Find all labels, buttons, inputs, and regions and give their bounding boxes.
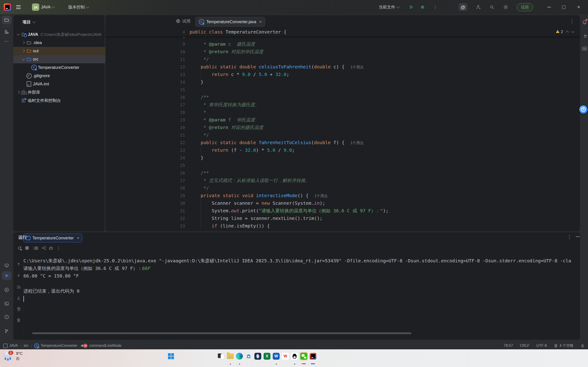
profiler-button[interactable] <box>48 245 54 251</box>
search-everywhere-button[interactable] <box>489 0 494 14</box>
inspection-widget[interactable]: 2 <box>556 29 574 34</box>
debug-button[interactable] <box>420 0 425 14</box>
scroll-down-button[interactable] <box>16 272 22 278</box>
line-number[interactable]: 14 <box>167 78 185 86</box>
chevron-right-icon[interactable] <box>16 91 21 93</box>
unlock-icon[interactable] <box>580 344 585 348</box>
line-number[interactable]: 17 <box>167 101 185 108</box>
line-number[interactable]: 21 <box>167 131 185 139</box>
line-number[interactable]: 11 <box>167 56 185 63</box>
code-line-32[interactable]: 32 String line = scanner.nextLine().trim… <box>105 215 580 222</box>
usages-inlay-hint[interactable]: 1个用法 <box>350 141 363 145</box>
start-button[interactable] <box>167 352 175 360</box>
taskbar-app-store[interactable] <box>244 352 253 360</box>
line-number[interactable]: 20 <box>167 124 185 131</box>
clear-all-button[interactable] <box>16 317 22 323</box>
more-actions-button[interactable]: ⋮ <box>433 0 438 14</box>
tool-window-structure-button[interactable] <box>2 27 11 36</box>
horizontal-scrollbar[interactable] <box>32 332 411 334</box>
breadcrumb-item-commandlinemode[interactable]: mcommandLineMode <box>83 344 121 348</box>
line-number[interactable]: 18 <box>167 108 185 116</box>
breadcrumb-item-src[interactable]: src <box>24 344 28 348</box>
line-ending[interactable]: CRLF <box>520 344 530 348</box>
code-line-30[interactable]: 30 Scanner scanner = new Scanner(System.… <box>105 200 580 207</box>
usages-inlay-hint[interactable]: 1个用法 <box>315 194 328 198</box>
run-tab-active[interactable]: TemperatureConverter × <box>23 234 82 242</box>
chevron-right-icon[interactable] <box>21 42 26 44</box>
line-number[interactable]: 12 <box>167 63 185 71</box>
taskbar-app-explorer[interactable] <box>226 352 234 360</box>
tool-window-version-control-button[interactable] <box>2 326 11 335</box>
breadcrumb-item-temperatureconverter[interactable]: CTemperatureConverter <box>34 343 78 348</box>
run-options-button[interactable]: ⋮ <box>567 234 572 240</box>
scroll-to-end-button[interactable] <box>16 295 22 301</box>
weather-widget[interactable]: 1 9°C 雨 <box>3 351 23 361</box>
tree-item-[interactable]: 临时文件和控制台 <box>13 96 107 105</box>
thread-dump-button[interactable] <box>33 245 39 251</box>
code-line-22[interactable]: 22 public static double fahrenheitToCels… <box>105 139 580 146</box>
ai-assistant-button[interactable]: @ <box>459 0 467 14</box>
line-number[interactable]: 30 <box>167 200 185 207</box>
scroll-up-button[interactable] <box>16 261 22 267</box>
tree-item-[interactable]: 外部库 <box>13 88 107 96</box>
line-number[interactable]: 31 <box>167 207 185 215</box>
stripe-more-button[interactable]: ⋯ <box>2 37 11 45</box>
taskbar-app-excel[interactable]: X <box>263 352 271 360</box>
sticky-line[interactable]: 4public class TemperatureConverter { <box>105 28 580 36</box>
maximize-button[interactable] <box>562 0 565 14</box>
taskbar-app-idea[interactable] <box>309 352 317 360</box>
line-number[interactable]: 19 <box>167 116 185 124</box>
code-line-17[interactable]: 17 * 将华氏度转换为摄氏度。 <box>105 101 580 108</box>
code-line-15[interactable]: 15 <box>105 86 580 93</box>
editor-tab-active[interactable]: C TemperatureConverter.java × <box>195 17 265 27</box>
code-area[interactable]: 8 *9 * @param c 摄氏温度10 * @return 对应的华氏温度… <box>105 36 580 231</box>
tree-item-src[interactable]: src <box>13 55 112 63</box>
tree-item-java.iml[interactable]: JAVA.iml <box>13 80 112 88</box>
line-number[interactable]: 16 <box>167 93 185 101</box>
prev-warning-icon[interactable] <box>566 31 569 34</box>
tree-item-.gitignore[interactable]: .gitignore <box>13 72 112 80</box>
tool-window-services-button[interactable] <box>2 285 11 294</box>
line-number[interactable]: 33 <box>167 222 185 230</box>
tool-window-database-button[interactable] <box>581 45 588 52</box>
trial-button[interactable]: 试用 <box>517 0 533 14</box>
taskbar-app-wechat[interactable] <box>300 352 308 360</box>
code-line-21[interactable]: 21 */ <box>105 131 580 139</box>
tool-window-terminal-button[interactable] <box>2 299 11 308</box>
line-number[interactable]: 24 <box>167 154 185 162</box>
code-line-14[interactable]: 14 } <box>105 78 580 86</box>
code-line-20[interactable]: 20 * @return 对应的摄氏温度 <box>105 124 580 131</box>
code-line-10[interactable]: 10 * @return 对应的华氏温度 <box>105 48 580 56</box>
code-line-8[interactable]: 8 * <box>105 36 580 40</box>
line-number[interactable]: 8 <box>167 36 185 40</box>
chevron-down-icon[interactable] <box>16 34 21 35</box>
print-button[interactable] <box>16 306 22 312</box>
tree-item-java[interactable]: JAVAC:\Users\朱彦硕\IdeaProjects\JAVA <box>13 30 107 39</box>
usages-inlay-hint[interactable]: 1个用法 <box>350 65 363 69</box>
rerun-button[interactable] <box>17 245 23 251</box>
code-with-me-button[interactable] <box>476 0 481 14</box>
code-line-33[interactable]: 33 if (line.isEmpty()) { <box>105 222 580 230</box>
attach-console-button[interactable] <box>40 245 46 251</box>
line-number[interactable]: 13 <box>167 71 185 78</box>
tree-item-temperatureconverter[interactable]: CTemperatureConverter <box>13 63 117 72</box>
taskbar-app-task-view[interactable] <box>217 352 225 360</box>
tool-window-problems-button[interactable] <box>2 313 11 321</box>
indent-widget[interactable]: 4 个空格 <box>554 343 573 348</box>
close-button[interactable]: × <box>577 0 580 14</box>
close-tab-icon[interactable]: × <box>259 19 262 24</box>
tool-window-ai-assistant-button[interactable] <box>581 33 588 40</box>
tool-window-commit-button[interactable] <box>2 261 11 270</box>
stop-button[interactable] <box>24 245 30 251</box>
tool-window-notifications-button[interactable] <box>581 19 588 26</box>
ai-floating-button[interactable] <box>579 105 588 114</box>
close-run-tab-icon[interactable]: × <box>77 235 79 241</box>
console-output[interactable]: C:\Users\朱彦硕\.jdks\openjdk-25.0.2\bin\ja… <box>23 254 579 340</box>
soft-wrap-button[interactable] <box>16 284 22 290</box>
tool-window-run-button[interactable] <box>2 271 11 280</box>
line-number[interactable]: 25 <box>167 162 185 169</box>
line-number[interactable]: 22 <box>167 139 185 146</box>
run-configuration-selector[interactable]: 当前文件 <box>379 0 399 14</box>
code-line-24[interactable]: 24 } <box>105 154 580 162</box>
code-line-28[interactable]: 28 */ <box>105 184 580 192</box>
